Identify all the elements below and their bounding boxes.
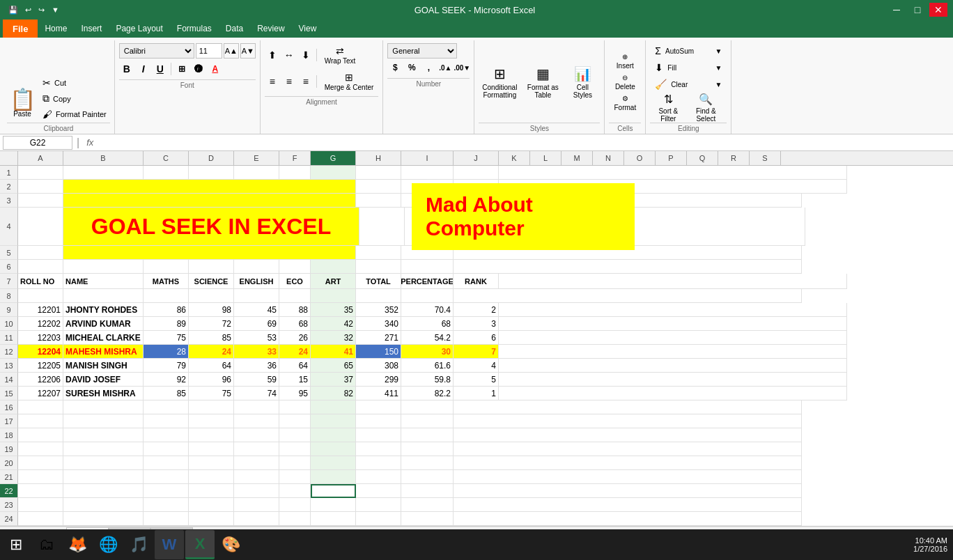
cell-j15[interactable]: 1 [454,387,499,400]
font-family-select[interactable]: Calibri [119,43,194,59]
cell-d3[interactable] [189,194,234,208]
cell-b9[interactable]: JHONTY ROHDES [63,303,144,317]
taskbar-file-explorer[interactable]: 🗂 [32,530,61,559]
find-select-btn[interactable]: 🔍 Find & Select [688,93,724,121]
merge-center-btn[interactable]: ⊞ Merge & Center [320,70,379,93]
view-menu-item[interactable]: View [292,20,324,38]
format-painter-btn[interactable]: 🖌 Format Painter [39,107,110,121]
cell-i7[interactable]: PERCENTAGE [401,274,454,289]
cell-a14[interactable]: 12206 [18,373,63,387]
cell-f13[interactable]: 64 [279,359,311,373]
cell-h12[interactable]: 150 [356,345,401,359]
cell-d11[interactable]: 85 [189,331,234,345]
taskbar-paint[interactable]: 🎨 [216,530,245,559]
cell-b13[interactable]: MANISH SINGH [63,359,144,373]
cell-h10[interactable]: 340 [356,317,401,331]
cell-e10[interactable]: 69 [234,317,279,331]
cell-f2[interactable] [279,180,311,194]
cell-j11[interactable]: 6 [454,331,499,345]
cell-i22[interactable] [401,484,454,498]
clear-dropdown[interactable]: ▼ [715,81,722,88]
cell-c15[interactable]: 85 [144,387,189,400]
cell-a8[interactable] [18,289,63,303]
cell-a5[interactable] [18,246,63,260]
sort-filter-btn[interactable]: ⇅ Sort & Filter [650,93,686,121]
taskbar-chrome[interactable]: 🌐 [93,530,123,559]
cell-d2[interactable] [189,180,234,194]
cell-i12[interactable]: 30 [401,345,454,359]
file-menu-btn[interactable]: File [3,20,38,38]
col-header-p[interactable]: P [656,151,687,165]
cell-a12[interactable]: 12204 [18,345,63,359]
cell-e13[interactable]: 36 [234,359,279,373]
cell-a3[interactable] [18,194,63,208]
col-header-l[interactable]: L [530,151,561,165]
cell-c6[interactable] [144,260,189,274]
cell-b5[interactable] [63,246,144,260]
name-box[interactable] [3,136,72,150]
percent-btn[interactable]: % [404,60,419,75]
wrap-text-btn[interactable]: ⇄ Wrap Text [320,43,361,67]
cell-d8[interactable] [189,289,234,303]
cell-g15[interactable]: 82 [311,387,356,400]
align-right-btn[interactable]: ≡ [298,74,313,89]
cell-b14[interactable]: DAVID JOSEF [63,373,144,387]
close-btn[interactable]: ✕ [929,3,947,17]
cell-d5[interactable] [189,246,234,260]
home-menu-item[interactable]: Home [38,20,74,38]
cell-f12[interactable]: 24 [279,345,311,359]
col-header-r[interactable]: R [718,151,750,165]
cell-g13[interactable]: 65 [311,359,356,373]
cell-a22[interactable] [18,484,63,498]
italic-btn[interactable]: I [136,61,151,77]
cell-e3[interactable] [234,194,279,208]
cell-j14[interactable]: 5 [454,373,499,387]
cell-i10[interactable]: 68 [401,317,454,331]
bold-btn[interactable]: B [119,61,134,77]
qa-dropdown-btn[interactable]: ▼ [49,4,62,15]
paste-btn[interactable]: 📋 Paste [7,83,38,121]
cell-b11[interactable]: MICHEAL CLARKE [63,331,144,345]
fill-color-btn[interactable]: 🅐 [191,61,206,77]
cell-e12[interactable]: 33 [234,345,279,359]
cell-f11[interactable]: 26 [279,331,311,345]
col-header-f[interactable]: F [279,151,311,165]
cell-rest11[interactable] [499,331,847,345]
cell-i6[interactable] [401,260,454,274]
cell-rest7[interactable] [499,274,847,289]
cell-f10[interactable]: 68 [279,317,311,331]
cell-d9[interactable]: 98 [189,303,234,317]
cell-e5[interactable] [234,246,279,260]
cell-g8[interactable] [311,289,356,303]
cell-h15[interactable]: 411 [356,387,401,400]
cell-f8[interactable] [279,289,311,303]
cell-g3[interactable] [311,194,356,208]
cell-a10[interactable]: 12202 [18,317,63,331]
border-btn[interactable]: ⊞ [174,61,189,77]
copy-btn[interactable]: ⧉ Copy [39,91,110,106]
cell-rest14[interactable] [499,373,847,387]
cell-rest15[interactable] [499,387,847,400]
cell-f15[interactable]: 95 [279,387,311,400]
cell-b6[interactable] [63,260,144,274]
cell-d7[interactable]: SCIENCE [189,274,234,289]
data-menu-item[interactable]: Data [219,20,250,38]
align-bottom-btn[interactable]: ⬇ [298,47,313,63]
cell-d13[interactable]: 64 [189,359,234,373]
cell-d14[interactable]: 96 [189,373,234,387]
cell-f9[interactable]: 88 [279,303,311,317]
col-header-k[interactable]: K [499,151,530,165]
formula-input[interactable] [99,137,950,148]
col-header-q[interactable]: Q [687,151,718,165]
currency-btn[interactable]: $ [387,60,403,75]
cell-e22[interactable] [234,484,279,498]
cell-a15[interactable]: 12207 [18,387,63,400]
cell-h6[interactable] [356,260,401,274]
cell-e1[interactable] [234,166,279,180]
cell-g1[interactable] [311,166,356,180]
cell-i8[interactable] [401,289,454,303]
format-cells-btn[interactable]: ⚙ Format [609,93,641,113]
cell-g7[interactable]: ART [311,274,356,289]
align-left-btn[interactable]: ≡ [265,74,280,89]
start-btn[interactable]: ⊞ [1,530,31,559]
